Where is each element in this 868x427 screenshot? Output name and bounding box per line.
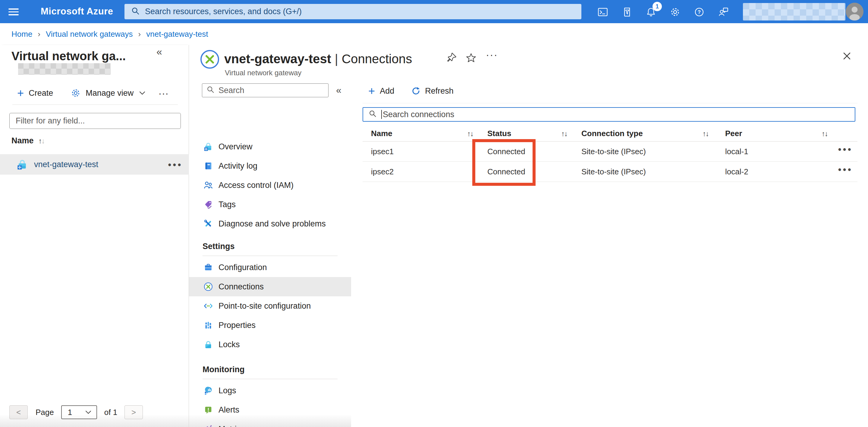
divider	[12, 104, 178, 105]
menu-search-field[interactable]	[202, 84, 329, 97]
row-more-actions-icon[interactable]: ●●●	[168, 161, 182, 168]
avatar[interactable]	[846, 3, 864, 21]
cell-connection-type: Site-to-site (IPsec)	[581, 167, 646, 176]
next-page-button[interactable]: >	[124, 405, 143, 419]
connections-search-field[interactable]	[363, 107, 855, 122]
menu-item-configuration[interactable]: Configuration	[189, 258, 351, 277]
row-more-actions-icon[interactable]: ●●●	[838, 166, 852, 173]
refresh-button[interactable]: Refresh	[411, 86, 454, 96]
pagination-bar: < Page 1 of 1 >	[9, 405, 143, 419]
text-cursor	[381, 110, 382, 119]
menu-item-metrics[interactable]: Metrics	[189, 420, 351, 427]
cell-status: Connected	[487, 147, 525, 156]
connections-table: Name ↑↓ Status ↑↓ Connection type ↑↓ Pee…	[363, 127, 858, 182]
collapse-panel-icon[interactable]: «	[156, 46, 162, 58]
vnet-gateway-icon	[17, 159, 28, 170]
help-icon[interactable]: ?	[692, 5, 706, 19]
plus-icon: +	[368, 87, 375, 95]
manage-view-button[interactable]: Manage view	[70, 88, 146, 98]
close-blade-icon[interactable]	[840, 50, 854, 63]
plus-icon: +	[17, 89, 24, 98]
create-button[interactable]: + Create	[17, 89, 53, 98]
metrics-icon	[204, 424, 213, 427]
search-icon	[207, 86, 215, 95]
favorite-star-icon[interactable]	[465, 52, 477, 64]
menu-item-connections[interactable]: Connections	[189, 277, 351, 296]
breadcrumb-vnet-gateways[interactable]: Virtual network gateways	[46, 30, 133, 39]
more-actions-icon[interactable]: ···	[158, 87, 168, 99]
global-search-input[interactable]	[145, 7, 567, 16]
directory-filter-icon[interactable]	[620, 5, 633, 19]
menu-item-activity-log[interactable]: Activity log	[189, 156, 351, 175]
tags-icon	[204, 200, 213, 209]
menu-item-locks[interactable]: Locks	[189, 335, 351, 354]
feedback-icon[interactable]	[717, 5, 730, 19]
pin-icon[interactable]	[446, 52, 458, 64]
collapse-menu-icon[interactable]: «	[336, 85, 341, 96]
table-row[interactable]: ipsec2 Connected Site-to-site (IPsec) lo…	[363, 162, 858, 182]
add-connection-button[interactable]: + Add	[368, 87, 394, 96]
sort-icon[interactable]: ↑↓	[38, 137, 44, 145]
column-header-peer[interactable]: Peer	[725, 129, 742, 138]
sort-icon[interactable]: ↑↓	[703, 130, 709, 138]
subscription-redacted	[18, 63, 111, 75]
search-icon	[131, 7, 140, 17]
sort-icon[interactable]: ↑↓	[467, 130, 473, 138]
breadcrumb: Home › Virtual network gateways › vnet-g…	[11, 23, 208, 45]
column-header-connection-type[interactable]: Connection type	[581, 129, 643, 138]
search-icon	[369, 109, 377, 119]
hamburger-menu-icon[interactable]	[8, 7, 21, 17]
product-title[interactable]: Microsoft Azure	[41, 6, 113, 17]
filter-input[interactable]	[16, 116, 173, 126]
connections-search-input[interactable]	[383, 110, 805, 119]
menu-item-overview[interactable]: Overview	[189, 137, 351, 156]
menu-search-input[interactable]	[218, 86, 318, 95]
divider	[203, 379, 338, 379]
breadcrumb-separator: ›	[138, 30, 141, 39]
refresh-icon	[411, 86, 421, 96]
column-header-status[interactable]: Status	[487, 129, 511, 138]
cell-name[interactable]: ipsec1	[371, 147, 394, 156]
chevron-down-icon	[84, 408, 92, 416]
azure-top-bar: Microsoft Azure 1 ?	[0, 0, 868, 23]
diagnose-icon	[204, 219, 213, 229]
blade-more-icon[interactable]: ···	[486, 49, 498, 61]
panel-title: Virtual network ga...	[11, 50, 126, 63]
column-header-name[interactable]: Name	[371, 129, 393, 138]
menu-item-access-control[interactable]: Access control (IAM)	[189, 175, 351, 195]
table-header-row: Name ↑↓ Status ↑↓ Connection type ↑↓ Pee…	[363, 127, 858, 141]
menu-item-alerts[interactable]: Alerts	[189, 400, 351, 420]
breadcrumb-home[interactable]: Home	[11, 30, 32, 39]
point-to-site-icon	[204, 301, 213, 311]
menu-item-point-to-site[interactable]: Point-to-site configuration	[189, 296, 351, 316]
settings-gear-icon[interactable]	[669, 5, 682, 19]
sort-icon[interactable]: ↑↓	[822, 130, 828, 138]
filter-field[interactable]	[9, 113, 181, 129]
row-more-actions-icon[interactable]: ●●●	[838, 146, 852, 153]
menu-item-properties[interactable]: Properties	[189, 316, 351, 335]
resource-list-panel: Virtual network ga... « + Create Manage …	[0, 45, 189, 427]
configuration-icon	[204, 263, 213, 272]
logs-icon	[204, 386, 213, 395]
activity-log-icon	[204, 161, 213, 171]
menu-item-tags[interactable]: Tags	[189, 195, 351, 214]
connections-resource-icon	[200, 50, 220, 69]
menu-item-logs[interactable]: Logs	[189, 381, 351, 400]
cell-peer: local-1	[725, 147, 748, 156]
cloud-shell-icon[interactable]	[596, 5, 610, 19]
section-header-settings: Settings	[203, 242, 351, 253]
menu-item-diagnose[interactable]: Diagnose and solve problems	[189, 214, 351, 233]
page-select[interactable]: 1	[61, 405, 97, 419]
list-item-vnet-gateway-test[interactable]: vnet-gateway-test ●●●	[0, 154, 189, 175]
sort-icon[interactable]: ↑↓	[561, 130, 567, 138]
breadcrumb-current[interactable]: vnet-gateway-test	[146, 30, 208, 39]
cell-name[interactable]: ipsec2	[371, 167, 394, 176]
page-title: vnet-gateway-test|Connections	[224, 52, 412, 66]
previous-page-button[interactable]: <	[9, 405, 28, 419]
cell-connection-type: Site-to-site (IPsec)	[581, 147, 646, 156]
locks-icon	[204, 340, 213, 349]
name-column-header[interactable]: Name	[11, 136, 34, 145]
gateway-icon	[204, 142, 213, 152]
global-search-bar[interactable]	[124, 4, 581, 19]
table-row[interactable]: ipsec1 Connected Site-to-site (IPsec) lo…	[363, 141, 858, 162]
